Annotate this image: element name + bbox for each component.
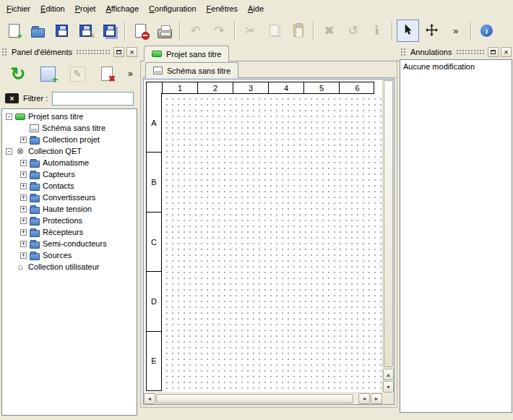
tab-schema-sans-titre[interactable]: Schéma sans titre xyxy=(145,62,238,78)
menu-edition[interactable]: Édition xyxy=(35,2,70,15)
paste-button[interactable] xyxy=(287,20,309,42)
toolbar-overflow-button[interactable]: » xyxy=(444,20,467,42)
home-icon: ⌂ xyxy=(15,262,25,271)
close-file-button[interactable] xyxy=(129,20,152,42)
expand-expander-icon[interactable]: + xyxy=(20,171,27,178)
chevron-overflow-icon: » xyxy=(453,26,458,35)
collapse-expander-icon[interactable]: - xyxy=(6,148,12,155)
element-info-button[interactable]: ℹ xyxy=(366,20,388,42)
tree-item-protections[interactable]: + Protections xyxy=(2,215,137,226)
tree-item-automatisme[interactable]: + Automatisme xyxy=(2,157,137,168)
tree-item-collection-qet[interactable]: - ⊗ Collection QET xyxy=(2,145,137,157)
undo-panel-header[interactable]: Annulations × xyxy=(400,46,512,58)
expand-expander-icon[interactable]: + xyxy=(20,218,27,224)
menu-fenetres[interactable]: Fenêtres xyxy=(202,2,243,15)
tree-item-collection-utilisateur[interactable]: ⌂ Collection utilisateur xyxy=(2,261,137,273)
rotate-icon: ↺ xyxy=(348,25,358,37)
undo-list-item[interactable]: Aucune modification xyxy=(403,62,509,71)
horizontal-scrollbar-thumb[interactable] xyxy=(156,394,353,403)
expand-expander-icon[interactable]: + xyxy=(20,206,27,213)
select-tool-button[interactable] xyxy=(397,20,419,42)
schema-canvas[interactable]: 1 2 3 4 5 6 A B C D E xyxy=(144,80,382,393)
save-all-button[interactable] xyxy=(98,20,121,42)
about-info-icon: i xyxy=(480,25,493,37)
menu-aide[interactable]: Aide xyxy=(243,2,269,15)
delete-icon: ✖ xyxy=(324,25,334,37)
save-as-button[interactable]: ✎ xyxy=(74,20,97,42)
float-panel-button[interactable] xyxy=(113,47,124,57)
edit-element-button[interactable]: ✎ xyxy=(67,63,87,85)
delete-button[interactable]: ✖ xyxy=(318,20,340,42)
tree-item-recepteurs[interactable]: + Récepteurs xyxy=(2,226,137,238)
move-tool-button[interactable] xyxy=(421,20,443,42)
delete-element-button[interactable]: ✖ xyxy=(97,63,117,85)
expand-expander-icon[interactable]: + xyxy=(20,183,27,189)
open-file-button[interactable] xyxy=(27,20,49,42)
close-panel-button[interactable]: × xyxy=(501,47,512,57)
expand-expander-icon[interactable]: + xyxy=(20,229,27,236)
about-button[interactable]: i xyxy=(475,20,498,42)
close-panel-button[interactable]: × xyxy=(126,47,137,57)
menu-configuration[interactable]: Configuration xyxy=(144,2,201,15)
schema-grid[interactable] xyxy=(162,94,382,393)
info-icon: ℹ xyxy=(374,25,379,37)
schema-icon xyxy=(30,124,39,132)
scroll-left-button-2[interactable]: ◄ xyxy=(358,393,370,404)
undo-button[interactable]: ↶ xyxy=(184,20,207,42)
collapse-expander-icon[interactable]: - xyxy=(6,113,12,120)
expand-expander-icon[interactable]: + xyxy=(20,252,27,259)
tree-item-semi-conducteurs[interactable]: + Semi-conducteurs xyxy=(2,238,137,249)
float-panel-button[interactable] xyxy=(488,47,499,57)
reload-collections-button[interactable]: ↻ xyxy=(8,63,28,85)
dock-grip[interactable] xyxy=(76,49,111,56)
tree-item-project[interactable]: - Projet sans titre xyxy=(2,111,137,122)
delete-element-icon: ✖ xyxy=(101,67,113,81)
dock-grip[interactable] xyxy=(400,48,407,56)
tab-projet-sans-titre[interactable]: Projet sans titre xyxy=(144,46,229,61)
filter-input[interactable] xyxy=(52,92,134,106)
print-button[interactable] xyxy=(153,20,176,42)
vertical-scrollbar[interactable]: ▲ ▼ xyxy=(382,80,394,393)
vertical-scrollbar-thumb[interactable] xyxy=(384,80,393,367)
new-element-button[interactable]: + xyxy=(38,63,58,85)
menu-projet[interactable]: Projet xyxy=(70,2,101,15)
clear-filter-button[interactable]: × xyxy=(5,93,19,103)
save-button[interactable] xyxy=(51,20,73,42)
panel-toolbar-overflow-button[interactable]: » xyxy=(126,69,134,79)
horizontal-scrollbar[interactable]: ◄ ◄ ► xyxy=(144,393,382,404)
new-file-button[interactable]: + xyxy=(3,20,25,42)
schema-tab-bar: Schéma sans titre xyxy=(142,61,396,78)
tree-item-haute-tension[interactable]: + Haute tension xyxy=(2,203,137,215)
tree-item-sources[interactable]: + Sources xyxy=(2,249,137,261)
rotate-button[interactable]: ↺ xyxy=(342,20,364,42)
arrow-left-icon: ◄ xyxy=(147,396,152,401)
expand-expander-icon[interactable]: + xyxy=(20,160,27,166)
redo-button[interactable]: ↷ xyxy=(208,20,230,42)
project-icon xyxy=(152,51,162,57)
scroll-left-button[interactable]: ◄ xyxy=(144,393,155,404)
elements-panel: Panel d'éléments × ↻ + ✎ ✖ » × Filtrer : xyxy=(0,45,139,420)
scroll-down-button[interactable]: ▼ xyxy=(383,381,394,393)
folder-icon xyxy=(30,172,40,179)
print-icon xyxy=(158,29,172,38)
tree-item-capteurs[interactable]: + Capteurs xyxy=(2,168,137,180)
folder-icon xyxy=(30,241,40,249)
expand-expander-icon[interactable]: + xyxy=(20,194,27,201)
expand-expander-icon[interactable]: + xyxy=(20,241,27,247)
tree-item-contacts[interactable]: + Contacts xyxy=(2,180,137,192)
tree-item-convertisseurs[interactable]: + Convertisseurs xyxy=(2,192,137,203)
dock-grip[interactable] xyxy=(456,49,486,56)
copy-button[interactable] xyxy=(263,20,285,42)
tree-item-label: Convertisseurs xyxy=(43,193,95,202)
dock-grip[interactable] xyxy=(1,48,8,56)
expand-expander-icon[interactable]: + xyxy=(20,137,27,143)
column-header: 3 xyxy=(233,82,269,93)
elements-panel-header[interactable]: Panel d'éléments × xyxy=(1,46,137,58)
tree-item-collection-projet[interactable]: + Collection projet xyxy=(2,134,137,145)
scroll-up-button[interactable]: ▲ xyxy=(383,369,394,380)
menu-affichage[interactable]: Affichage xyxy=(100,2,144,15)
cut-button[interactable]: ✂ xyxy=(239,20,262,42)
scroll-right-button[interactable]: ► xyxy=(371,393,382,404)
tree-item-schema[interactable]: Schéma sans titre xyxy=(2,122,137,134)
menu-fichier[interactable]: Fichier xyxy=(1,2,35,15)
